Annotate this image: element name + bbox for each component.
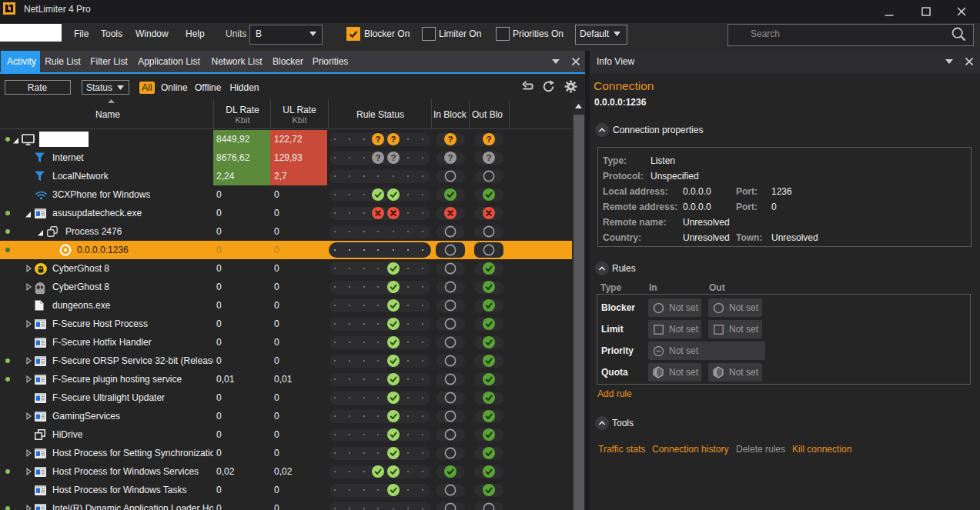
svg-text:?: ? xyxy=(390,153,396,162)
svg-text:?: ? xyxy=(375,153,380,162)
svg-text:?: ? xyxy=(375,135,380,144)
svg-text:?: ? xyxy=(486,135,491,144)
svg-text:?: ? xyxy=(390,135,396,144)
svg-text:?: ? xyxy=(486,153,491,162)
svg-text:?: ? xyxy=(447,135,453,144)
svg-text:?: ? xyxy=(447,153,453,162)
